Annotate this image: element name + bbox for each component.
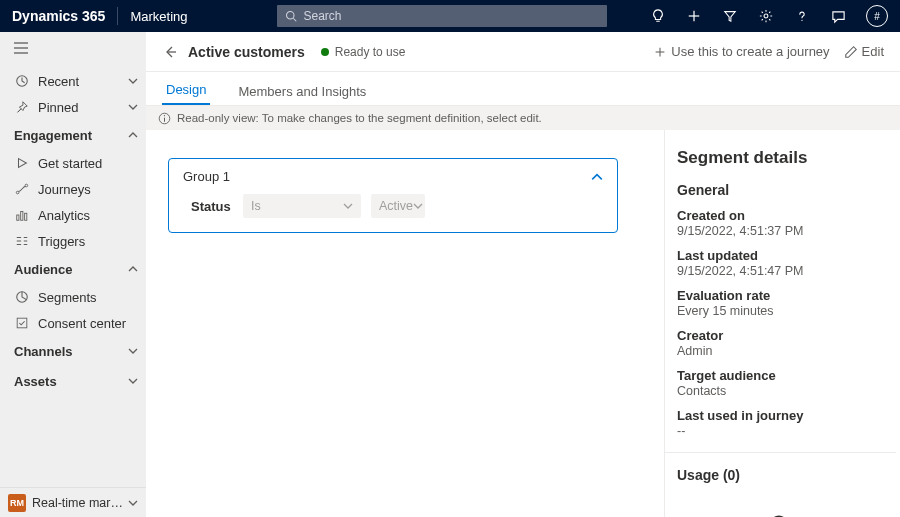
group-card[interactable]: Group 1 Status Is Active <box>168 158 618 233</box>
brand-module[interactable]: Marketing <box>130 9 187 24</box>
chevron-down-icon <box>128 376 138 386</box>
segments-icon <box>14 289 30 305</box>
app-root: Dynamics 365 Marketing Search # <box>0 0 900 517</box>
field-target-audience: Target audience Contacts <box>677 368 884 398</box>
gear-icon[interactable] <box>758 8 774 24</box>
condition-operator-field[interactable]: Is <box>243 194 361 218</box>
chevron-up-icon[interactable] <box>591 171 603 183</box>
chat-icon[interactable] <box>830 8 846 24</box>
analytics-icon <box>14 207 30 223</box>
pin-icon <box>14 99 30 115</box>
nav-get-started[interactable]: Get started <box>0 150 146 176</box>
play-icon <box>14 155 30 171</box>
design-canvas: Group 1 Status Is Active <box>146 130 664 517</box>
svg-rect-13 <box>25 213 27 220</box>
readonly-banner: Read-only view: To make changes to the s… <box>146 106 900 130</box>
nav-section-engagement[interactable]: Engagement <box>0 120 146 150</box>
search-placeholder: Search <box>303 9 341 23</box>
nav-recent[interactable]: Recent <box>0 68 146 94</box>
field-created-on: Created on 9/15/2022, 4:51:37 PM <box>677 208 884 238</box>
sidebar-toggle[interactable] <box>0 32 146 64</box>
chevron-down-icon <box>343 201 353 211</box>
filter-icon[interactable] <box>722 8 738 24</box>
edit-action[interactable]: Edit <box>844 44 884 59</box>
nav-pinned[interactable]: Pinned <box>0 94 146 120</box>
details-general-header: General <box>677 182 884 198</box>
svg-line-1 <box>294 18 297 21</box>
triggers-icon <box>14 233 30 249</box>
svg-point-21 <box>164 115 165 116</box>
chevron-down-icon <box>128 498 138 508</box>
nav-consent[interactable]: Consent center <box>0 310 146 336</box>
condition-row: Status Is Active <box>183 194 603 218</box>
svg-point-0 <box>287 12 295 20</box>
help-icon[interactable] <box>794 8 810 24</box>
condition-value-field[interactable]: Active <box>371 194 425 218</box>
chevron-down-icon <box>128 76 138 86</box>
global-topbar: Dynamics 365 Marketing Search # <box>0 0 900 32</box>
edit-icon <box>844 45 858 59</box>
search-icon <box>677 513 884 517</box>
condition-attr-label: Status <box>191 199 233 214</box>
chevron-down-icon <box>128 102 138 112</box>
field-last-used: Last used in journey -- <box>677 408 884 438</box>
tab-design[interactable]: Design <box>162 82 210 105</box>
global-search[interactable]: Search <box>277 5 607 27</box>
consent-icon <box>14 315 30 331</box>
field-evaluation-rate: Evaluation rate Every 15 minutes <box>677 288 884 318</box>
main-content: Active customers Ready to use Use this t… <box>146 32 900 517</box>
usage-empty-state: This segment has not been used in journe… <box>677 493 884 517</box>
arrow-left-icon <box>162 44 178 60</box>
search-icon <box>285 10 297 22</box>
chevron-up-icon <box>128 264 138 274</box>
group-header[interactable]: Group 1 <box>183 169 603 184</box>
user-avatar[interactable]: # <box>866 5 888 27</box>
journey-icon <box>14 181 30 197</box>
brand-divider <box>117 7 118 25</box>
details-panel: Segment details General Created on 9/15/… <box>664 130 900 517</box>
page-header: Active customers Ready to use Use this t… <box>146 32 900 72</box>
chevron-down-icon <box>128 346 138 356</box>
plus-icon[interactable] <box>686 8 702 24</box>
back-button[interactable] <box>162 44 178 60</box>
svg-rect-12 <box>21 212 23 221</box>
nav-triggers[interactable]: Triggers <box>0 228 146 254</box>
field-last-updated: Last updated 9/15/2022, 4:51:47 PM <box>677 248 884 278</box>
field-creator: Creator Admin <box>677 328 884 358</box>
brand-name[interactable]: Dynamics 365 <box>12 8 105 24</box>
details-title: Segment details <box>677 148 884 168</box>
nav-section-channels[interactable]: Channels <box>0 336 146 366</box>
status-dot-icon <box>321 48 329 56</box>
svg-point-4 <box>764 14 768 18</box>
topbar-actions: # <box>650 5 888 27</box>
chevron-down-icon <box>413 201 423 211</box>
tabs: Design Members and Insights <box>146 72 900 106</box>
page-title: Active customers <box>188 44 305 60</box>
tab-members[interactable]: Members and Insights <box>234 84 370 105</box>
clock-icon <box>14 73 30 89</box>
sidebar-footer[interactable]: RM Real-time marketi... <box>0 487 146 517</box>
left-sidebar: Recent Pinned Engagement Get started <box>0 32 146 517</box>
footer-label: Real-time marketi... <box>32 496 128 510</box>
usage-title: Usage (0) <box>677 467 884 483</box>
footer-badge: RM <box>8 494 26 512</box>
svg-rect-15 <box>17 318 27 328</box>
status-pill: Ready to use <box>321 45 406 59</box>
chevron-up-icon <box>128 130 138 140</box>
nav-section-assets[interactable]: Assets <box>0 366 146 396</box>
nav-analytics[interactable]: Analytics <box>0 202 146 228</box>
details-divider <box>665 452 896 453</box>
lightbulb-icon[interactable] <box>650 8 666 24</box>
nav-journeys[interactable]: Journeys <box>0 176 146 202</box>
plus-icon <box>653 45 667 59</box>
create-journey-action[interactable]: Use this to create a journey <box>653 44 829 59</box>
hamburger-icon <box>14 42 28 54</box>
nav-section-audience[interactable]: Audience <box>0 254 146 284</box>
nav-segments[interactable]: Segments <box>0 284 146 310</box>
info-icon <box>158 112 171 125</box>
svg-rect-11 <box>17 215 19 220</box>
